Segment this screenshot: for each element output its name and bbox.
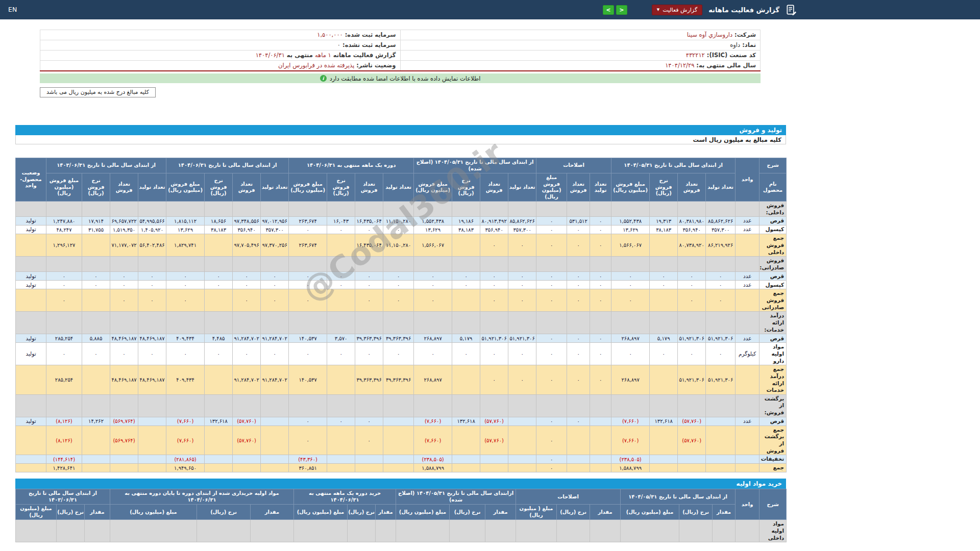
cell: ۰ — [508, 272, 536, 281]
info-label: سرمایه ثبت نشده: — [340, 41, 396, 48]
report-clipboard-icon[interactable] — [786, 4, 797, 16]
cell — [289, 312, 327, 334]
cell: ۵۱,۹۲۱,۳۰۶ — [706, 365, 736, 395]
cell — [567, 455, 590, 464]
column-subheader: مبلغ (میلیون ریال) — [294, 505, 348, 520]
company-info-cell: کد صنعت (ISIC): ۴۳۲۲۱۲ — [400, 51, 761, 61]
cell — [82, 312, 110, 334]
unit-cell: کیلوگرم — [736, 343, 760, 365]
next-report-button[interactable]: > — [616, 5, 627, 15]
cell — [713, 520, 736, 542]
cell — [590, 312, 611, 334]
cell: ۰ — [46, 289, 82, 312]
cell: ۱۱,۱۵۰,۲۸۰ — [383, 234, 414, 257]
column-subheader: نرخ (ریال) — [197, 505, 251, 520]
signed-info-banner: اطلاعات نمایش داده شده با اطلاعات امضا ش… — [40, 73, 761, 83]
cell: ۰ — [611, 289, 650, 312]
cell: (۵۶۹,۷۶۴) — [110, 417, 138, 425]
cell: ۲۶۳,۶۷۴ — [289, 217, 327, 226]
cell: ۲۶۸,۸۹۷ — [414, 365, 452, 395]
cell — [706, 257, 736, 272]
cell: ۰ — [480, 365, 508, 395]
cell — [480, 464, 508, 472]
cell: (۴۳,۳۶۰) — [289, 455, 327, 464]
production-sales-table: شرحواحداز ابتدای سال مالی تا تاریخ ۱۴۰۴/… — [15, 158, 786, 472]
cell — [138, 464, 166, 472]
column-group-header: از ابتدای سال مالی تا تاریخ ۱۴۰۳/۰۶/۳۱ — [16, 489, 110, 505]
cell: (۵۷,۷۶۰) — [480, 425, 508, 455]
row-label: قرص — [760, 217, 787, 226]
status-cell — [16, 234, 46, 257]
cell — [46, 312, 82, 334]
info-label: کد صنعت (ISIC): — [705, 52, 756, 59]
column-subheader: مبلغ (میلیون ریال) — [110, 505, 197, 520]
row-label: جمع فروش صادراتی — [760, 289, 787, 312]
column-subheader: مقدار — [376, 505, 396, 520]
cell: ۳۶۰,۸۵۱ — [289, 464, 327, 472]
cell: ۰ — [138, 343, 166, 365]
navbar-actions: < > گزارش فعالیت ▼ گزارش فعالیت ماهانه — [603, 0, 797, 19]
cell: ۰ — [567, 234, 590, 257]
cell: ۱,۵۶۶,۰۶۷ — [611, 234, 650, 257]
company-info-cell: گزارش فعالیت ماهانه ۱ ماهه منتهی به ۱۴۰۴… — [40, 51, 401, 61]
language-toggle[interactable]: EN — [8, 6, 17, 13]
cell — [327, 365, 355, 395]
cell: ۲۸۵,۲۵۴ — [46, 365, 82, 395]
cell: ۴۸,۴۶۹,۱۸۷ — [110, 334, 138, 343]
column-subheader: نرخ فروش (ریال) — [205, 173, 233, 202]
cell: (۵۷,۷۶۰) — [233, 425, 261, 455]
cell — [16, 202, 46, 217]
cell — [138, 417, 166, 425]
info-value: ۱ ماهه — [315, 52, 331, 59]
cell: ۰ — [567, 272, 590, 281]
column-group-header: از ابتدای سال مالی تا تاریخ ۱۴۰۴/۰۵/۳۱ — [621, 489, 736, 505]
cell — [508, 312, 536, 334]
cell: (۱۴۴,۶۱۴) — [46, 455, 82, 464]
cell: ۱,۵۵۲,۴۳۸ — [611, 217, 650, 226]
cell — [138, 257, 166, 272]
table-row: کپسولعدد۳۵۷,۳۰۰۳۵۶,۹۴۰۳۸,۱۸۳۱۳,۶۲۹۰۰۰۳۵۷… — [16, 226, 787, 234]
cell — [138, 312, 166, 334]
row-label: قرص — [760, 334, 787, 343]
cell: ۰ — [289, 281, 327, 289]
cell — [452, 455, 480, 464]
cell: ۰ — [678, 281, 706, 289]
cell — [355, 455, 383, 464]
info-value: ۱۴۰۴/۰۶/۳۱ — [256, 52, 285, 59]
cell — [480, 455, 508, 464]
cell: (۷,۶۶۰) — [166, 417, 205, 425]
cell: ۸۵,۸۶۲,۶۲۶ — [508, 217, 536, 226]
report-navigation: < > — [603, 5, 627, 15]
previous-report-button[interactable]: < — [603, 5, 614, 15]
cell: ۰ — [452, 272, 480, 281]
cell: ۰ — [567, 417, 590, 425]
cell: ۰ — [508, 365, 536, 395]
cell: ۷۱,۱۷۷,۰۷۲ — [110, 234, 138, 257]
unit-cell — [736, 289, 760, 312]
cell — [396, 520, 450, 542]
cell — [452, 365, 480, 395]
cell: ۱۳,۶۲۹ — [166, 226, 205, 234]
column-subheader: نرخ فروش (ریال) — [452, 173, 480, 202]
row-label: جمع — [760, 464, 787, 472]
table-row: قرصعدد۸۵,۸۶۲,۶۲۶۸۰,۳۸۱,۹۸۰۱۹,۳۱۳۱,۵۵۲,۴۳… — [16, 217, 787, 226]
cell: ۰ — [166, 272, 205, 281]
cell — [355, 257, 383, 272]
cell: ۰ — [138, 272, 166, 281]
cell: ۰ — [678, 289, 706, 312]
column-subheader: نرخ (ریال) — [450, 505, 485, 520]
cell: (۲۸۱,۸۶۵) — [166, 455, 205, 464]
cell — [590, 464, 611, 472]
cell: ۰ — [82, 343, 110, 365]
info-value: ۱,۵۰۰,۰۰۰ — [317, 31, 343, 38]
cell — [205, 394, 233, 417]
cell — [706, 394, 736, 417]
cell — [567, 202, 590, 217]
cell — [82, 455, 110, 464]
report-type-dropdown[interactable]: گزارش فعالیت ▼ — [652, 5, 702, 15]
top-navbar: EN < > گزارش فعالیت ▼ گزارش فعالیت ماهان… — [0, 0, 980, 19]
info-label: نماد: — [740, 41, 756, 48]
production-sales-section-header: تولید و فروش — [15, 125, 786, 135]
company-info-row: کد صنعت (ISIC): ۴۳۲۲۱۲گزارش فعالیت ماهان… — [40, 51, 761, 61]
cell: ۰ — [706, 281, 736, 289]
